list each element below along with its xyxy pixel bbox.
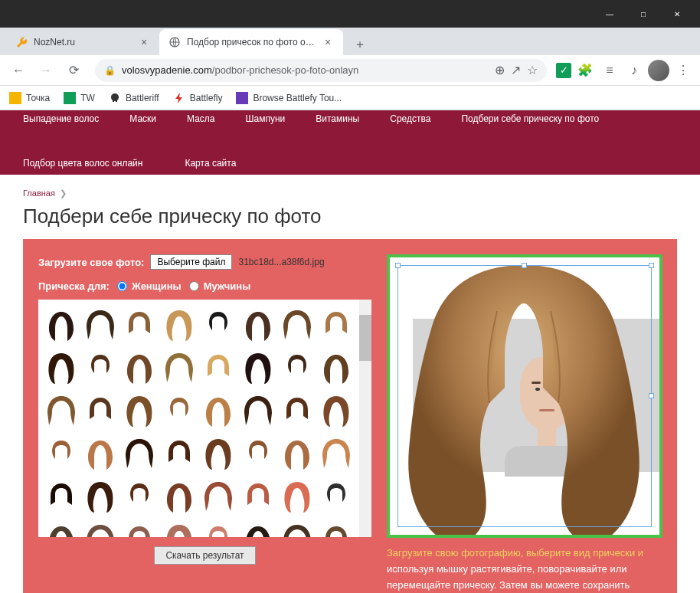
close-icon[interactable]: × [138, 36, 150, 48]
bookmarks-bar: Точка TW Battleriff Battlefly Browse Bat… [0, 86, 700, 110]
hairstyle-thumbnail[interactable] [240, 519, 276, 537]
gender-men-label[interactable]: Мужчины [204, 280, 251, 292]
hairstyle-thumbnail[interactable] [161, 347, 197, 387]
hairstyle-thumbnail[interactable] [43, 433, 79, 473]
nav-item[interactable]: Масла [187, 113, 214, 124]
hairstyle-thumbnail[interactable] [43, 476, 79, 516]
bolt-icon [173, 92, 185, 104]
preview-canvas[interactable] [387, 254, 662, 538]
tab-noznet[interactable]: NozNet.ru × [6, 29, 159, 55]
gender-women-radio[interactable] [117, 281, 127, 291]
nav-item[interactable]: Витамины [316, 113, 359, 124]
hairstyle-thumbnail[interactable] [319, 433, 355, 473]
hairstyle-thumbnail[interactable] [319, 476, 355, 516]
hairstyle-thumbnail[interactable] [43, 519, 79, 537]
resize-handle-nw[interactable] [395, 263, 401, 268]
hairstyle-thumbnail[interactable] [122, 433, 158, 473]
hairstyle-thumbnail[interactable] [122, 519, 158, 537]
window-close-button[interactable]: ✕ [660, 2, 694, 26]
hairstyle-thumbnail[interactable] [161, 519, 197, 537]
nav-item[interactable]: Маски [129, 113, 156, 124]
extensions-icon[interactable]: 🧩 [574, 60, 596, 81]
hairstyle-thumbnail[interactable] [319, 304, 355, 344]
hairstyle-thumbnail[interactable] [201, 433, 237, 473]
hairstyle-thumbnail[interactable] [43, 304, 79, 344]
nav-item[interactable]: Карта сайта [185, 158, 236, 169]
hairstyle-thumbnail[interactable] [201, 304, 237, 344]
nav-item[interactable]: Подбери себе прическу по фото [461, 113, 599, 124]
hairstyle-thumbnail[interactable] [122, 304, 158, 344]
bookmark-tochka[interactable]: Точка [9, 92, 50, 104]
hairstyle-thumbnail[interactable] [279, 476, 315, 516]
share-icon[interactable]: ↗ [511, 63, 521, 77]
lock-icon: 🔒 [104, 65, 116, 76]
hairstyle-thumbnail[interactable] [161, 433, 197, 473]
hairstyle-thumbnail[interactable] [319, 347, 355, 387]
hairstyle-thumbnail[interactable] [319, 519, 355, 537]
hairstyle-thumbnail[interactable] [201, 347, 237, 387]
hairstyle-thumbnail[interactable] [279, 304, 315, 344]
close-icon[interactable]: × [322, 36, 334, 48]
hairstyle-thumbnail[interactable] [82, 347, 118, 387]
hairstyle-thumbnail[interactable] [82, 433, 118, 473]
window-maximize-button[interactable]: □ [626, 2, 660, 26]
hairstyle-thumbnail[interactable] [240, 476, 276, 516]
hairstyle-thumbnail[interactable] [279, 390, 315, 430]
search-icon[interactable]: ⊕ [495, 63, 505, 77]
hairstyle-thumbnail[interactable] [161, 476, 197, 516]
breadcrumb-home[interactable]: Главная [23, 188, 55, 198]
scrollbar-thumb[interactable] [359, 315, 371, 361]
choose-file-button[interactable]: Выберите файл [150, 254, 232, 270]
hairstyle-thumbnail[interactable] [240, 304, 276, 344]
music-icon[interactable]: ♪ [623, 60, 645, 81]
gender-women-label[interactable]: Женщины [132, 280, 182, 292]
hairstyle-thumbnail[interactable] [82, 390, 118, 430]
bookmark-tw[interactable]: TW [64, 92, 95, 104]
download-result-button[interactable]: Скачать результат [154, 546, 255, 565]
hairstyle-thumbnail[interactable] [279, 433, 315, 473]
nav-item[interactable]: Средства [390, 113, 430, 124]
hairstyle-thumbnail[interactable] [319, 390, 355, 430]
omnibox[interactable]: 🔒 volosvypadenie.com/podbor-prichesok-po… [95, 59, 547, 82]
bookmark-battlefy[interactable]: Browse Battlefy Tou... [236, 92, 342, 104]
hairstyle-thumbnail[interactable] [122, 390, 158, 430]
hairstyle-thumbnail[interactable] [122, 476, 158, 516]
hairstyle-thumbnail[interactable] [240, 347, 276, 387]
window-minimize-button[interactable]: — [593, 2, 626, 26]
hairstyle-thumbnail[interactable] [201, 390, 237, 430]
reading-list-icon[interactable]: ≡ [599, 60, 620, 81]
user-photo-face [505, 357, 589, 464]
nav-item[interactable]: Шампуни [246, 113, 286, 124]
new-tab-button[interactable]: ＋ [349, 34, 371, 55]
hairstyle-thumbnail[interactable] [240, 433, 276, 473]
gallery-scrollbar[interactable] [359, 300, 371, 537]
nav-item[interactable]: Подбор цвета волос онлайн [23, 158, 142, 169]
bookmark-battleriff[interactable]: Battleriff [109, 92, 159, 104]
hairstyle-thumbnail[interactable] [43, 390, 79, 430]
hairstyle-thumbnail[interactable] [279, 519, 315, 537]
hairstyle-thumbnail[interactable] [82, 304, 118, 344]
profile-avatar-button[interactable] [648, 60, 669, 81]
tab-hairstyle[interactable]: Подбор причесок по фото онла × [159, 29, 343, 55]
resize-handle-n[interactable] [522, 263, 527, 268]
hairstyle-thumbnail[interactable] [279, 347, 315, 387]
forward-button[interactable]: → [34, 58, 58, 83]
hairstyle-thumbnail[interactable] [240, 390, 276, 430]
hairstyle-thumbnail[interactable] [161, 304, 197, 344]
hairstyle-thumbnail[interactable] [201, 476, 237, 516]
hairstyle-thumbnail[interactable] [43, 347, 79, 387]
nav-item[interactable]: Выпадение волос [23, 113, 99, 124]
hairstyle-thumbnail[interactable] [82, 476, 118, 516]
hairstyle-thumbnail[interactable] [82, 519, 118, 537]
resize-handle-ne[interactable] [649, 263, 654, 268]
chrome-menu-button[interactable]: ⋮ [672, 60, 694, 81]
bookmark-battlefly[interactable]: Battlefly [173, 92, 223, 104]
hairstyle-thumbnail[interactable] [161, 390, 197, 430]
hairstyle-thumbnail[interactable] [122, 347, 158, 387]
hairstyle-thumbnail[interactable] [201, 519, 237, 537]
extension-check-icon[interactable]: ✓ [556, 63, 571, 78]
star-icon[interactable]: ☆ [527, 63, 538, 77]
gender-men-radio[interactable] [189, 281, 199, 291]
reload-button[interactable]: ⟳ [61, 58, 86, 83]
back-button[interactable]: ← [6, 58, 31, 83]
